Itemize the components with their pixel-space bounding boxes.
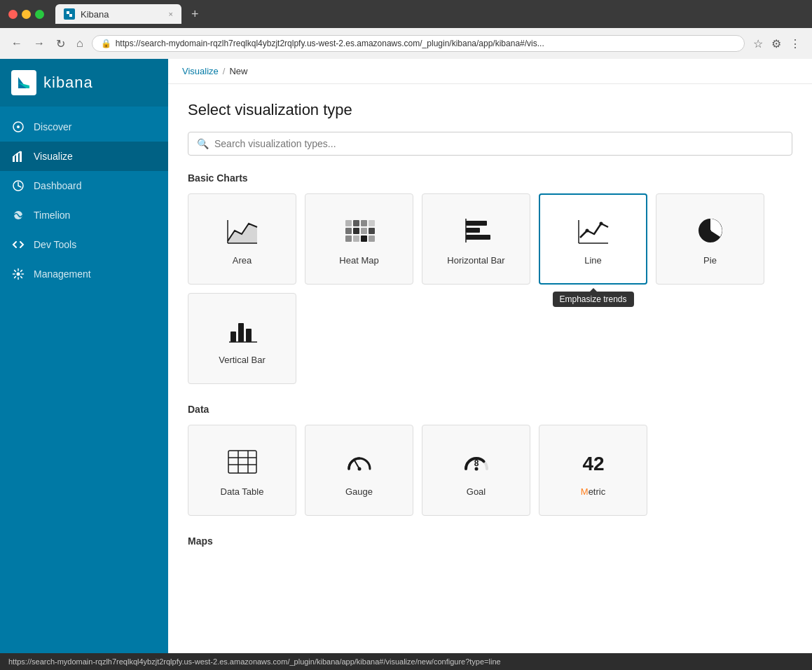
svg-rect-15 — [361, 220, 367, 226]
svg-text:8: 8 — [474, 458, 479, 468]
data-table-label: Data Table — [221, 486, 264, 497]
status-bar: https://search-mydomain-rqzlh7reqlkql4yb… — [0, 653, 812, 670]
address-bar[interactable]: 🔒 https://search-mydomain-rqzlh7reqlkql4… — [92, 35, 745, 52]
svg-rect-24 — [369, 235, 375, 242]
heatmap-label: Heat Map — [339, 255, 378, 266]
sidebar-item-devtools-label: Dev Tools — [34, 239, 76, 250]
svg-rect-40 — [228, 451, 256, 473]
window-controls — [8, 10, 44, 19]
home-button[interactable]: ⌂ — [74, 34, 86, 53]
pie-chart-icon — [694, 213, 727, 248]
svg-rect-17 — [345, 228, 352, 234]
svg-rect-36 — [230, 331, 236, 342]
sidebar-item-timelion-label: Timelion — [34, 210, 70, 221]
breadcrumb-current: New — [229, 66, 247, 76]
sidebar-nav: Discover Visualize Dashboard — [0, 107, 168, 294]
viz-card-heatmap[interactable]: Heat Map — [305, 193, 413, 285]
browser-tab[interactable]: Kibana × — [55, 4, 181, 24]
viz-card-goal[interactable]: 8 Goal — [422, 425, 530, 516]
data-grid: Data Table Gauge — [188, 425, 792, 516]
status-bar-url: https://search-mydomain-rqzlh7reqlkql4yb… — [8, 657, 501, 666]
maps-section: Maps — [188, 535, 792, 547]
extensions-button[interactable]: ⚙ — [769, 34, 784, 53]
svg-rect-28 — [466, 235, 490, 240]
viz-card-data-table[interactable]: Data Table — [188, 425, 296, 516]
svg-rect-37 — [238, 323, 244, 342]
viz-card-vertical-bar[interactable]: Vertical Bar — [188, 293, 296, 384]
sidebar-item-discover[interactable]: Discover — [0, 112, 168, 142]
svg-point-2 — [17, 125, 20, 128]
data-section: Data Data Table — [188, 404, 792, 516]
svg-rect-13 — [345, 220, 352, 226]
svg-rect-0 — [65, 10, 74, 18]
nav-actions: ☆ ⚙ ⋮ — [750, 34, 804, 53]
url-text: https://search-mydomain-rqzlh7reqlkql4yb… — [116, 39, 736, 48]
svg-point-34 — [710, 230, 711, 231]
svg-rect-20 — [369, 228, 375, 234]
svg-rect-26 — [466, 221, 487, 226]
sidebar-item-visualize[interactable]: Visualize — [0, 142, 168, 171]
discover-icon — [11, 120, 25, 134]
vertical-bar-label: Vertical Bar — [219, 355, 265, 365]
viz-card-area[interactable]: Area — [188, 193, 296, 285]
close-window-button[interactable] — [8, 10, 18, 19]
metric-label-rest: etric — [589, 486, 606, 497]
data-section-title: Data — [188, 404, 792, 415]
minimize-window-button[interactable] — [22, 10, 31, 19]
sidebar-item-discover-label: Discover — [34, 121, 71, 132]
heatmap-chart-icon — [343, 213, 376, 248]
browser-titlebar: Kibana × + — [0, 0, 812, 28]
svg-rect-22 — [353, 235, 359, 242]
svg-text:42: 42 — [582, 453, 604, 474]
refresh-button[interactable]: ↻ — [53, 34, 68, 53]
browser-chrome: Kibana × + ← → ↻ ⌂ 🔒 https://search-mydo… — [0, 0, 812, 59]
sidebar: kibana Discover Visualize — [0, 59, 168, 670]
gauge-label: Gauge — [345, 486, 373, 497]
sidebar-item-management[interactable]: Management — [0, 259, 168, 289]
sidebar-item-timelion[interactable]: Timelion — [0, 200, 168, 230]
viz-card-pie[interactable]: Pie — [656, 193, 764, 285]
viz-card-metric[interactable]: 42 Metric — [539, 425, 647, 516]
timelion-icon — [11, 208, 25, 222]
viz-card-gauge[interactable]: Gauge — [305, 425, 413, 516]
bookmark-button[interactable]: ☆ — [750, 34, 766, 53]
line-tooltip: Emphasize trends — [552, 292, 633, 307]
menu-button[interactable]: ⋮ — [787, 34, 804, 53]
viz-card-line[interactable]: Line Emphasize trends — [539, 193, 647, 285]
search-input[interactable] — [214, 138, 783, 149]
dashboard-icon — [11, 179, 25, 193]
line-chart-icon — [577, 213, 610, 248]
svg-point-32 — [599, 221, 603, 225]
kibana-logo-icon — [11, 70, 36, 95]
favicon — [64, 8, 75, 20]
svg-rect-21 — [345, 235, 352, 242]
back-button[interactable]: ← — [8, 34, 25, 53]
svg-rect-23 — [361, 235, 367, 242]
visualize-icon — [11, 149, 25, 163]
maximize-window-button[interactable] — [35, 10, 44, 19]
sidebar-item-devtools[interactable]: Dev Tools — [0, 230, 168, 259]
management-icon — [11, 267, 25, 281]
svg-rect-14 — [353, 220, 359, 226]
tab-title: Kibana — [81, 9, 109, 20]
metric-icon: 42 — [577, 444, 610, 479]
basic-charts-title: Basic Charts — [188, 172, 792, 184]
vertical-bar-chart-icon — [226, 313, 259, 348]
sidebar-item-dashboard[interactable]: Dashboard — [0, 171, 168, 200]
svg-rect-38 — [246, 329, 252, 342]
svg-rect-18 — [353, 228, 359, 234]
line-label: Line — [584, 255, 602, 266]
tab-close-button[interactable]: × — [169, 10, 173, 18]
viz-card-horizontal-bar[interactable]: Horizontal Bar — [422, 193, 530, 285]
metric-label-highlight: M — [581, 486, 589, 497]
maps-section-title: Maps — [188, 535, 792, 547]
app-container: kibana Discover Visualize — [0, 59, 812, 670]
forward-button[interactable]: → — [31, 34, 48, 53]
svg-rect-5 — [20, 151, 22, 162]
logo-text: kibana — [43, 74, 93, 92]
breadcrumb-visualize-link[interactable]: Visualize — [182, 66, 219, 76]
svg-rect-27 — [466, 228, 480, 233]
new-tab-button[interactable]: + — [187, 7, 203, 22]
basic-charts-grid: Area — [188, 193, 792, 384]
area-chart-icon — [226, 213, 259, 248]
